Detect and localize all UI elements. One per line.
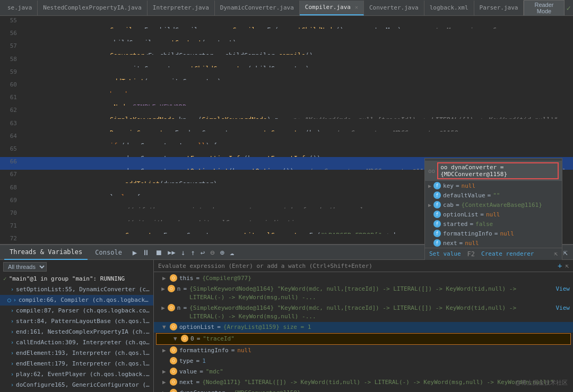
panel-right-icons: ⇱ [562,247,569,258]
debug-item-started: f started = false [425,219,562,229]
code-line-61: 61 case Node.SIMPLE_KEYWORD: [0,93,573,106]
object-icon: ○ [170,323,177,330]
code-line-55: 55 Compiler<E> childCompiler = new Compi… [0,16,573,29]
step-back-icon[interactable]: ↩ [199,247,206,258]
object-icon: ○ [170,378,177,386]
add-watch-button[interactable]: + [558,262,562,270]
field-icon: f [433,182,441,189]
step-out-icon[interactable]: ↑ [189,247,196,258]
tab-label: Compiler.java [305,4,351,11]
tab-nested[interactable]: NestedComplexPropertyIA.java [38,1,147,15]
expand-vars-icon[interactable]: ⇱ [565,263,569,269]
tab-converter[interactable]: Converter.java [364,1,424,15]
thread-item-doconfigure-165[interactable]: › doConfigure165, GenericConfigurator (c… [0,380,153,390]
active-arrow: ○ [7,296,11,304]
debug-item-formattinginfo: f formattingInfo = null [425,229,562,238]
var-row-next[interactable]: ▶ ○ next = {Node@1171} "LITERAL([]) -> K… [154,377,573,388]
view-link-n2[interactable]: View [556,304,570,312]
object-icon: ○ [170,368,177,375]
object-icon: ○ [181,335,188,342]
debug-popup-title: oo dynaConverter = {MDCConverter@1158} [437,162,559,179]
debug-popup: oo oo dynaConverter = {MDCConverter@1158… [424,158,562,260]
field-icon: f [433,220,441,228]
tab-label: Parser.java [480,4,518,11]
tab-parser[interactable]: Parser.java [474,1,524,15]
object-icon: ○ [170,274,177,282]
field-icon: f [433,191,441,199]
debug-item-key: ▶ f key = null [425,181,562,190]
debug-item-optionlist: f optionList = null [425,210,562,219]
tab-bar: se.java NestedComplexPropertyIA.java Int… [0,0,573,16]
tab-label: logback.xml [430,4,468,11]
run-to-cursor-icon[interactable]: ⊖ [209,247,215,258]
var-row-n-2[interactable]: ▶ ○ n = {SimpleKeywordNode@1164} "KeyWor… [154,303,573,322]
code-line-57: 57 Converter<E> childConverter = childCo… [0,41,573,54]
expand-icon[interactable]: ⇱ [554,250,558,258]
panel-tab-console[interactable]: Console [90,245,127,260]
expand-panel-icon[interactable]: ⇱ [562,247,569,258]
thread-panel: All threads ✓ "main"@1 in group "main": … [0,260,154,392]
step-over-icon[interactable]: ▶▶ [167,248,176,257]
debug-popup-footer: Set value F2 Create renderer ⇱ [425,248,562,260]
var-row-formattinginfo[interactable]: ▶ ○ formattingInfo = null [154,345,573,356]
thread-item-callendaction[interactable]: › callEndAction:309, Interpreter (ch.qos… [0,337,153,348]
var-row-n-1[interactable]: ▶ ○ n = {SimpleKeywordNode@1164} "KeyWor… [154,284,573,303]
variable-tree: ▶ ○ this = {Compiler@977} ▶ ○ n = {Simpl… [154,272,573,392]
thread-item-setoptionlist[interactable]: › setOptionList:55, DynamicConverter (ch… [0,284,153,295]
tab-label: se.java [7,4,32,11]
tab-logback-xml[interactable]: logback.xml [424,1,474,15]
thread-item-endelement-179[interactable]: › endElement:179, Interpreter (ch.qos.lo… [0,359,153,369]
thread-item-compile-87[interactable]: › compile:87, Parser (ch.qos.logback.cor… [0,306,153,316]
tab-se-java[interactable]: se.java [2,1,38,15]
panel-toolbar: ▶ ⏸ ⏹ ▶▶ ↓ ↑ ↩ ⊖ ⊕ ☁ [132,247,236,258]
tab-interpreter[interactable]: Interpreter.java [147,1,215,15]
tab-compiler[interactable]: Compiler.java ✕ [300,1,364,15]
code-line-64: 64 if (dynaConverter != null) { [0,132,573,144]
var-row-type[interactable]: ○ type = 1 [154,356,573,367]
object-icon: ○ [170,357,177,364]
tab-dynamic-converter[interactable]: DynamicConverter.java [215,1,300,15]
pause-icon[interactable]: ⏸ [141,247,151,258]
eval-bar: Evaluate expression (Enter) or add a wat… [154,260,573,272]
var-row-dynaconverter[interactable]: ▶ ○ dynaConverter = {MDCConverter@1158} [154,388,573,392]
field-icon: f [433,239,441,247]
var-row-optionlist-0[interactable]: ▼ ○ 0 = "traceId" [156,333,571,345]
tab-label: Converter.java [369,4,419,11]
field-icon: f [433,201,441,208]
variables-panel: Evaluate expression (Enter) or add a wat… [154,260,573,392]
close-icon[interactable]: ✕ [355,4,358,10]
f2-label: F2 [467,250,475,258]
bottom-split: All threads ✓ "main"@1 in group "main": … [0,260,573,392]
view-link-n1[interactable]: View [556,285,570,293]
debug-popup-header: oo oo dynaConverter = {MDCConverter@1158… [425,161,562,181]
thread-item-play-62[interactable]: › play:62, EventPlayer (ch.qos.logback.c… [0,369,153,380]
thread-filter-dropdown[interactable]: All threads [3,262,47,272]
editor-area[interactable]: 55 Compiler<E> childCompiler = new Compi… [0,16,573,260]
checkmark-icon: ✓ [567,4,571,12]
watermark: @稀土掘金技术社区 [515,379,568,387]
var-row-optionlist[interactable]: ▼ ○ optionList = {ArrayList@1159} size =… [154,322,573,333]
stop-icon[interactable]: ⏹ [154,247,163,258]
thread-item-main-running[interactable]: ✓ "main"@1 in group "main": RUNNING [0,274,153,284]
thread-item-start-84[interactable]: › start:84, PatternLayoutBase (ch.qos.lo… [0,316,153,327]
eval-bar-placeholder: Evaluate expression (Enter) or add a wat… [158,263,372,269]
step-into-icon[interactable]: ↓ [180,247,186,258]
thread-item-end-161[interactable]: › end:161, NestedComplexPropertyIA (ch.q… [0,327,153,337]
bottom-panel: Threads & Variables Console ▶ ⏸ ⏹ ▶▶ ↓ ↑… [0,244,573,392]
panel-tab-threads-variables[interactable]: Threads & Variables [4,245,88,260]
debug-item-next: f next = null [425,238,562,248]
tab-label: Interpreter.java [153,4,209,11]
code-line-60: 60 break; [0,80,573,93]
settings-icon[interactable]: ☁ [229,247,235,258]
thread-item-compile-active[interactable]: ○ › compile:66, Compiler (ch.qos.logback… [0,295,153,306]
reader-mode-button[interactable]: Reader Mode [524,0,564,16]
set-value-link[interactable]: Set value [429,250,461,258]
thread-item-endelement-193[interactable]: › endElement:193, Interpreter (ch.qos.lo… [0,348,153,359]
code-line-59: 59 addToList(compositeConverter); [0,67,573,80]
create-renderer-link[interactable]: Create renderer [481,250,534,258]
var-row-this[interactable]: ▶ ○ this = {Compiler@977} [154,273,573,284]
var-row-value[interactable]: ▶ ○ value = "mdc" [154,367,573,377]
resume-icon[interactable]: ▶ [132,247,138,258]
evaluate-icon[interactable]: ⊕ [219,247,225,258]
code-line-58: 58 compositeConverter.setChildConverter(… [0,55,573,67]
